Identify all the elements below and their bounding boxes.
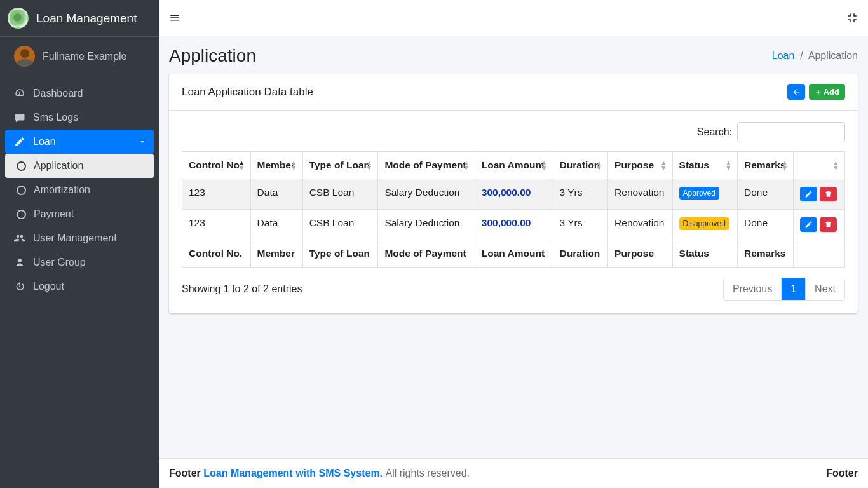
cell-type: CSB Loan: [302, 179, 378, 210]
card-title: Loan Application Data table: [182, 86, 313, 98]
cell-member: Data: [250, 210, 302, 240]
column-footer: Remarks: [738, 240, 794, 268]
column-header[interactable]: Purpose▲▼: [608, 152, 672, 179]
plus-icon: [815, 88, 822, 96]
pagination-page-1[interactable]: 1: [781, 278, 805, 300]
column-header[interactable]: Loan Amount▲▼: [475, 152, 553, 179]
circle-icon: [17, 161, 26, 171]
delete-button[interactable]: [820, 187, 837, 201]
sidebar-item-user-group[interactable]: User Group: [5, 250, 154, 274]
loan-amount-link[interactable]: 300,000.00: [482, 187, 531, 198]
power-icon: [13, 281, 27, 292]
table-body: 123DataCSB LoanSalary Deduction300,000.0…: [182, 179, 845, 240]
sidebar-nav: Dashboard Sms Logs Loan App: [0, 76, 159, 304]
brand[interactable]: Loan Management: [0, 0, 159, 37]
cell-purpose: Renovation: [608, 210, 672, 240]
footer-right: Footer: [826, 468, 858, 479]
search-input[interactable]: [737, 122, 845, 142]
sort-icon: ▲▼: [290, 160, 297, 170]
loan-amount-link[interactable]: 300,000.00: [482, 217, 531, 229]
column-footer: [794, 240, 845, 268]
sidebar-item-payment[interactable]: Payment: [5, 202, 154, 226]
users-group-icon: [13, 257, 27, 268]
column-footer: Mode of Payment: [378, 240, 475, 268]
table-row: 123DataCSB LoanSalary Deduction300,000.0…: [182, 210, 845, 240]
footer: Footer Loan Management with SMS System. …: [159, 458, 868, 488]
cell-mode: Salary Deduction: [378, 179, 475, 210]
sort-icon: ▲▼: [832, 160, 839, 170]
column-header[interactable]: Status▲▼: [672, 152, 737, 179]
column-footer: Status: [672, 240, 737, 268]
back-button[interactable]: [787, 84, 805, 100]
status-badge: Disapproved: [679, 217, 729, 230]
sidebar-item-label: Application: [34, 160, 83, 172]
cell-amount: 300,000.00: [475, 179, 553, 210]
sort-icon: ▲▼: [781, 160, 788, 170]
cell-status: Approved: [672, 179, 737, 210]
search-label: Search:: [697, 126, 732, 138]
column-footer: Purpose: [608, 240, 672, 268]
pagination-next[interactable]: Next: [805, 278, 844, 300]
sidebar-item-label: Sms Logs: [33, 112, 78, 123]
fullscreen-collapse-button[interactable]: [846, 12, 858, 24]
pagination-previous[interactable]: Previous: [724, 278, 781, 300]
topbar: [159, 0, 868, 36]
column-footer: Control No.: [182, 240, 251, 268]
content: Loan Application Data table Add Search:: [159, 74, 868, 458]
sidebar-item-logout[interactable]: Logout: [5, 274, 154, 299]
status-badge: Approved: [679, 187, 719, 200]
sidebar-item-loan[interactable]: Loan: [5, 130, 154, 154]
cell-purpose: Renovation: [608, 179, 672, 210]
brand-title: Loan Management: [36, 11, 137, 25]
cell-member: Data: [250, 179, 302, 210]
column-header[interactable]: Mode of Payment▲▼: [378, 152, 475, 179]
column-header[interactable]: Remarks▲▼: [738, 152, 794, 179]
circle-icon: [17, 186, 26, 195]
footer-rights: All rights reserved.: [386, 468, 470, 478]
column-header[interactable]: Member▲▼: [250, 152, 302, 179]
cell-duration: 3 Yrs: [553, 210, 607, 240]
bars-icon: [169, 12, 180, 24]
column-footer: Type of Loan: [302, 240, 378, 268]
page-title: Application: [169, 46, 256, 66]
sidebar-item-label: User Group: [33, 257, 86, 268]
breadcrumb-loan-link[interactable]: Loan: [772, 50, 795, 61]
sort-icon: ▲▼: [463, 160, 470, 170]
trash-icon: [824, 220, 832, 229]
footer-link[interactable]: Loan Management with SMS System.: [203, 468, 383, 478]
footer-prefix: Footer: [169, 468, 203, 478]
delete-button[interactable]: [820, 217, 837, 232]
add-button[interactable]: Add: [809, 84, 845, 100]
sidebar-item-application[interactable]: Application: [5, 154, 154, 178]
sidebar-item-dashboard[interactable]: Dashboard: [5, 81, 154, 105]
user-panel[interactable]: Fullname Example: [6, 37, 153, 76]
card: Loan Application Data table Add Search:: [169, 74, 858, 313]
breadcrumb-separator: /: [797, 50, 808, 61]
users-icon: [13, 233, 27, 244]
column-header[interactable]: ▲▼: [794, 152, 845, 179]
sort-icon: ▲▼: [660, 160, 667, 170]
column-header[interactable]: Control No.▲▼: [182, 152, 251, 179]
sms-icon: [13, 112, 27, 123]
menu-toggle-button[interactable]: [169, 12, 180, 24]
add-button-label: Add: [824, 87, 839, 97]
content-header: Application Loan / Application: [159, 36, 868, 74]
user-fullname: Fullname Example: [43, 51, 127, 62]
table-info: Showing 1 to 2 of 2 entries: [182, 283, 302, 295]
card-body: Search: Control No.▲▼Member▲▼Type of Loa…: [169, 111, 858, 313]
sidebar-item-sms-logs[interactable]: Sms Logs: [5, 105, 154, 130]
main: Application Loan / Application Loan Appl…: [159, 0, 868, 488]
cell-control_no: 123: [182, 210, 251, 240]
sidebar-item-label: Payment: [34, 208, 74, 220]
chevron-down-icon: [139, 138, 146, 146]
edit-button[interactable]: [800, 187, 817, 201]
sidebar-item-user-management[interactable]: User Management: [5, 226, 154, 250]
cell-type: CSB Loan: [302, 210, 378, 240]
column-header[interactable]: Duration▲▼: [553, 152, 607, 179]
cell-remarks: Done: [738, 179, 794, 210]
edit-button[interactable]: [800, 217, 817, 232]
cell-amount: 300,000.00: [475, 210, 553, 240]
footer-right-text: Footer: [826, 468, 858, 478]
sidebar-item-amortization[interactable]: Amortization: [5, 178, 154, 202]
column-header[interactable]: Type of Loan▲▼: [302, 152, 378, 179]
